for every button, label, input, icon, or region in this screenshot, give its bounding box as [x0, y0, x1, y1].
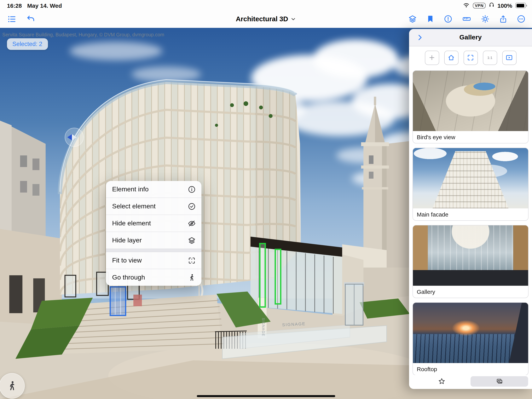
home-indicator[interactable] — [197, 395, 335, 397]
menu-item-label: Hide element — [112, 219, 151, 227]
nav-bar: Architectural 3D — [0, 10, 532, 28]
page-title[interactable]: Architectural 3D — [236, 15, 288, 23]
select-check-icon — [188, 202, 196, 210]
menu-item-label: Hide layer — [112, 236, 142, 244]
selection-count-badge: Selected: 2 — [7, 38, 48, 50]
context-menu: Element info Select element Hide element — [106, 181, 202, 286]
chevron-down-icon — [290, 16, 296, 22]
gallery-item-label: Main facade — [413, 208, 528, 220]
menu-item-select-element[interactable]: Select element — [106, 197, 202, 215]
app-window: SIGNAGE SIGNAGE Servita Square Building,… — [0, 0, 532, 399]
top-chrome: 16:28 May 14. Wed VPN 100% — [0, 0, 532, 28]
photos-icon — [495, 378, 503, 385]
slideshow-icon — [505, 54, 513, 62]
contents-button[interactable] — [7, 14, 17, 24]
star-icon — [438, 378, 445, 385]
slideshow-button[interactable] — [502, 51, 516, 65]
gallery-item-label: Rooftop — [413, 363, 528, 375]
gallery-list: Bird's eye view Main facade Gallery Roof… — [409, 69, 532, 375]
actual-size-button[interactable]: 1:1 — [483, 51, 497, 65]
gallery-thumbnail[interactable] — [413, 225, 528, 286]
chevron-right-icon — [416, 34, 424, 41]
menu-item-label: Go through — [112, 273, 145, 281]
menu-item-go-through[interactable]: Go through — [106, 269, 202, 286]
menu-item-label: Element info — [112, 185, 149, 193]
status-bar: 16:28 May 14. Wed VPN 100% — [0, 0, 532, 10]
compass[interactable] — [65, 128, 83, 146]
share-button[interactable] — [499, 14, 508, 23]
gallery-item[interactable]: Main facade — [412, 148, 529, 221]
gallery-panel: Gallery 1:1 — [409, 29, 532, 389]
one-to-one-icon: 1:1 — [486, 54, 494, 62]
walk-mode-button[interactable] — [0, 373, 25, 399]
fit-view-button[interactable] — [463, 51, 478, 65]
signage-text-vertical: SIGNAGE — [261, 318, 265, 336]
date: May 14. Wed — [27, 2, 62, 9]
gallery-item[interactable]: Bird's eye view — [412, 70, 529, 143]
headphones-icon — [488, 2, 494, 9]
home-view-button[interactable] — [444, 51, 458, 65]
menu-item-hide-layer[interactable]: Hide layer — [106, 232, 202, 249]
gallery-item-label: Gallery — [413, 286, 528, 298]
eye-off-icon — [188, 219, 196, 228]
gallery-item-label: Bird's eye view — [413, 131, 528, 143]
gallery-item[interactable]: Gallery — [412, 225, 529, 298]
walk-icon — [6, 380, 18, 392]
gallery-panel-header: Gallery — [409, 29, 532, 46]
fit-icon — [467, 54, 474, 62]
gallery-thumbnail[interactable] — [413, 148, 528, 208]
gallery-thumbnail[interactable] — [413, 303, 528, 363]
selected-element-highlight-door[interactable] — [110, 287, 126, 316]
layers-icon — [188, 236, 196, 245]
home-icon — [447, 54, 455, 62]
plus-icon — [428, 54, 436, 62]
menu-item-label: Fit to view — [112, 257, 142, 264]
svg-text:1:1: 1:1 — [487, 56, 492, 60]
menu-item-label: Select element — [112, 203, 156, 210]
gallery-footer-tabs — [409, 375, 532, 389]
copyright-watermark: Servita Square Building, Budapest, Hunga… — [2, 32, 164, 38]
menu-separator — [106, 249, 202, 252]
gallery-item[interactable]: Rooftop — [412, 302, 529, 375]
favorites-tab[interactable] — [413, 376, 470, 387]
menu-item-fit-to-view[interactable]: Fit to view — [106, 252, 202, 269]
gallery-toolbar: 1:1 — [409, 46, 532, 69]
bookmark-button[interactable] — [426, 15, 435, 23]
fit-to-view-icon — [188, 256, 196, 265]
menu-item-hide-element[interactable]: Hide element — [106, 215, 202, 232]
measure-button[interactable] — [462, 14, 472, 24]
info-icon — [188, 185, 196, 194]
undo-button[interactable] — [26, 14, 36, 24]
add-view-button[interactable] — [425, 51, 439, 65]
panel-collapse-button[interactable] — [414, 29, 426, 46]
menu-item-element-info[interactable]: Element info — [106, 181, 202, 197]
gallery-tab[interactable] — [470, 376, 528, 387]
battery-icon — [515, 3, 526, 8]
more-button[interactable] — [517, 14, 526, 24]
gallery-thumbnail[interactable] — [413, 71, 528, 131]
brightness-button[interactable] — [481, 14, 490, 24]
layers-button[interactable] — [408, 14, 417, 24]
thumbnail-facade-art — [432, 151, 508, 208]
panel-title: Gallery — [459, 34, 481, 41]
clock: 16:28 — [7, 2, 22, 9]
walk-icon — [188, 273, 196, 282]
wifi-icon — [463, 2, 470, 9]
battery-percent: 100% — [497, 2, 512, 9]
vpn-badge: VPN — [473, 2, 485, 8]
issue-report-button[interactable] — [443, 14, 453, 24]
